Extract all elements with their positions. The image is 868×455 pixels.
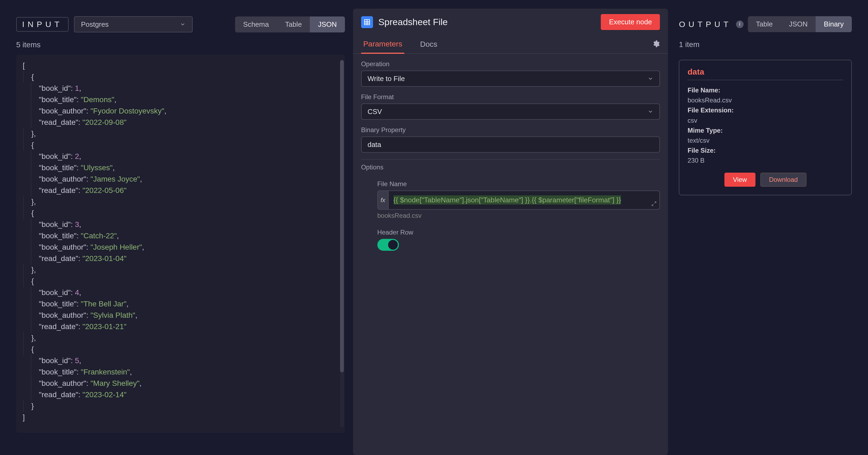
toggle-knob bbox=[388, 240, 398, 250]
ext-meta-label: File Extension: bbox=[687, 107, 734, 114]
view-tab-table[interactable]: Table bbox=[277, 17, 310, 32]
scrollbar-track[interactable] bbox=[340, 60, 344, 427]
view-tab-json[interactable]: JSON bbox=[781, 16, 816, 32]
input-items-count: 5 items bbox=[16, 40, 345, 49]
mime-meta-value: text/csv bbox=[687, 137, 709, 144]
view-tab-table[interactable]: Table bbox=[748, 16, 781, 32]
size-meta-value: 230 B bbox=[687, 157, 705, 164]
tab-parameters[interactable]: Parameters bbox=[361, 35, 405, 54]
view-tab-schema[interactable]: Schema bbox=[235, 17, 277, 32]
operation-value: Write to File bbox=[368, 75, 405, 83]
binaryprop-label: Binary Property bbox=[361, 126, 660, 134]
chevron-down-icon bbox=[648, 109, 653, 115]
output-items-count: 1 item bbox=[679, 40, 852, 49]
options-label: Options bbox=[361, 159, 660, 171]
scrollbar-thumb[interactable] bbox=[340, 60, 344, 372]
input-source-value: Postgres bbox=[81, 20, 109, 29]
expand-icon[interactable] bbox=[649, 191, 659, 209]
input-json-viewer[interactable]: [{"book_id": 1,"book_title": "Demons","b… bbox=[16, 55, 345, 433]
chevron-down-icon bbox=[648, 76, 653, 82]
input-view-tabs: SchemaTableJSON bbox=[235, 17, 345, 32]
download-button[interactable]: Download bbox=[760, 173, 806, 187]
node-title: Spreadsheet File bbox=[378, 17, 448, 27]
input-source-select[interactable]: Postgres bbox=[74, 16, 193, 32]
headerrow-toggle[interactable] bbox=[377, 239, 399, 251]
tab-docs[interactable]: Docs bbox=[418, 36, 439, 53]
output-view-tabs: TableJSONBinary bbox=[748, 16, 852, 32]
size-meta-label: File Size: bbox=[687, 147, 715, 154]
info-icon[interactable]: i bbox=[736, 21, 744, 28]
view-button[interactable]: View bbox=[724, 173, 756, 187]
spreadsheet-icon bbox=[361, 16, 373, 28]
filename-expression-text: {{ $node["TableName"].json["TableName"] … bbox=[394, 195, 621, 204]
input-panel-title: INPUT bbox=[16, 17, 68, 32]
view-tab-binary[interactable]: Binary bbox=[816, 16, 852, 32]
output-binary-card: data File Name: booksRead.csv File Exten… bbox=[679, 60, 852, 195]
filename-label: File Name bbox=[377, 180, 660, 188]
fileformat-label: File Format bbox=[361, 93, 660, 101]
filename-preview: booksRead.csv bbox=[377, 212, 660, 219]
filename-meta-value: booksRead.csv bbox=[687, 96, 732, 104]
mime-meta-label: Mime Type: bbox=[687, 127, 722, 134]
output-data-title: data bbox=[687, 67, 843, 80]
output-panel-title: OUTPUT bbox=[679, 20, 732, 29]
binaryprop-input[interactable] bbox=[361, 137, 660, 153]
chevron-down-icon bbox=[180, 21, 186, 27]
filename-meta-label: File Name: bbox=[687, 86, 720, 94]
operation-label: Operation bbox=[361, 60, 660, 68]
fileformat-select[interactable]: CSV bbox=[361, 104, 660, 120]
ext-meta-value: csv bbox=[687, 117, 697, 124]
fx-icon: fx bbox=[378, 191, 389, 209]
gear-icon[interactable] bbox=[652, 40, 660, 49]
headerrow-label: Header Row bbox=[377, 229, 660, 236]
operation-select[interactable]: Write to File bbox=[361, 70, 660, 87]
view-tab-json[interactable]: JSON bbox=[310, 17, 345, 32]
execute-node-button[interactable]: Execute node bbox=[601, 14, 660, 30]
filename-expression-input[interactable]: fx {{ $node["TableName"].json["TableName… bbox=[377, 191, 660, 210]
fileformat-value: CSV bbox=[368, 108, 382, 116]
